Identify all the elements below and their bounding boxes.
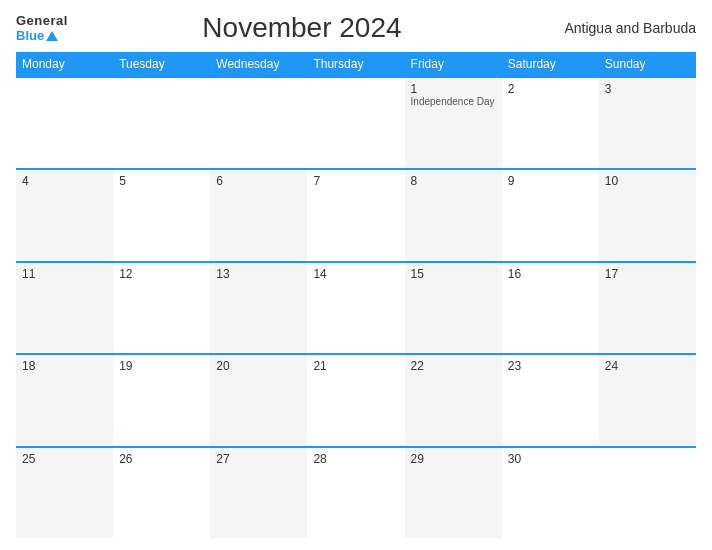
cell-date: 9 xyxy=(508,174,593,188)
cell-week2-day5: 8 xyxy=(405,170,502,260)
cell-week2-day7: 10 xyxy=(599,170,696,260)
cell-date: 8 xyxy=(411,174,496,188)
calendar-body: 1Independence Day23456789101112131415161… xyxy=(16,76,696,538)
cell-date: 22 xyxy=(411,359,496,373)
day-header-monday: Monday xyxy=(16,52,113,76)
cell-week4-day2: 19 xyxy=(113,355,210,445)
cell-week2-day3: 6 xyxy=(210,170,307,260)
cell-week1-day2 xyxy=(113,78,210,168)
cell-week2-day6: 9 xyxy=(502,170,599,260)
cell-week5-day1: 25 xyxy=(16,448,113,538)
cell-week1-day1 xyxy=(16,78,113,168)
calendar-week-3: 11121314151617 xyxy=(16,261,696,353)
cell-date: 15 xyxy=(411,267,496,281)
cell-date: 25 xyxy=(22,452,107,466)
cell-week4-day7: 24 xyxy=(599,355,696,445)
cell-date: 13 xyxy=(216,267,301,281)
cell-date: 21 xyxy=(313,359,398,373)
cell-week3-day5: 15 xyxy=(405,263,502,353)
cell-week1-day5: 1Independence Day xyxy=(405,78,502,168)
cell-week4-day5: 22 xyxy=(405,355,502,445)
cell-week3-day7: 17 xyxy=(599,263,696,353)
cell-week1-day7: 3 xyxy=(599,78,696,168)
cell-date: 4 xyxy=(22,174,107,188)
cell-week5-day5: 29 xyxy=(405,448,502,538)
cell-week5-day6: 30 xyxy=(502,448,599,538)
cell-date: 10 xyxy=(605,174,690,188)
cell-week4-day1: 18 xyxy=(16,355,113,445)
cell-date: 26 xyxy=(119,452,204,466)
cell-date: 19 xyxy=(119,359,204,373)
cell-week1-day3 xyxy=(210,78,307,168)
cell-date: 29 xyxy=(411,452,496,466)
cell-week2-day2: 5 xyxy=(113,170,210,260)
cell-week5-day3: 27 xyxy=(210,448,307,538)
calendar-week-4: 18192021222324 xyxy=(16,353,696,445)
cell-week4-day6: 23 xyxy=(502,355,599,445)
day-header-friday: Friday xyxy=(405,52,502,76)
logo-general-text: General xyxy=(16,13,68,28)
cell-week5-day4: 28 xyxy=(307,448,404,538)
cell-week4-day4: 21 xyxy=(307,355,404,445)
day-header-tuesday: Tuesday xyxy=(113,52,210,76)
cell-date: 3 xyxy=(605,82,690,96)
cell-date: 23 xyxy=(508,359,593,373)
cell-week3-day3: 13 xyxy=(210,263,307,353)
cell-week4-day3: 20 xyxy=(210,355,307,445)
cell-week3-day2: 12 xyxy=(113,263,210,353)
cell-date: 1 xyxy=(411,82,496,96)
day-header-saturday: Saturday xyxy=(502,52,599,76)
cell-date: 30 xyxy=(508,452,593,466)
calendar-week-5: 252627282930 xyxy=(16,446,696,538)
cell-date: 27 xyxy=(216,452,301,466)
cell-date: 11 xyxy=(22,267,107,281)
cell-week1-day6: 2 xyxy=(502,78,599,168)
cell-date: 6 xyxy=(216,174,301,188)
cell-date: 20 xyxy=(216,359,301,373)
cell-date: 24 xyxy=(605,359,690,373)
logo-triangle-icon xyxy=(46,31,58,41)
cell-week2-day4: 7 xyxy=(307,170,404,260)
calendar-week-2: 45678910 xyxy=(16,168,696,260)
calendar-day-headers: Monday Tuesday Wednesday Thursday Friday… xyxy=(16,52,696,76)
cell-week3-day6: 16 xyxy=(502,263,599,353)
day-header-sunday: Sunday xyxy=(599,52,696,76)
cell-date: 2 xyxy=(508,82,593,96)
day-header-thursday: Thursday xyxy=(307,52,404,76)
cell-week3-day1: 11 xyxy=(16,263,113,353)
cell-week5-day7 xyxy=(599,448,696,538)
cell-date: 16 xyxy=(508,267,593,281)
logo: General Blue xyxy=(16,13,68,43)
cell-date: 7 xyxy=(313,174,398,188)
calendar-title: November 2024 xyxy=(68,12,536,44)
cell-date: 18 xyxy=(22,359,107,373)
cell-date: 28 xyxy=(313,452,398,466)
cell-week3-day4: 14 xyxy=(307,263,404,353)
cell-week5-day2: 26 xyxy=(113,448,210,538)
calendar-week-1: 1Independence Day23 xyxy=(16,76,696,168)
cell-week1-day4 xyxy=(307,78,404,168)
day-header-wednesday: Wednesday xyxy=(210,52,307,76)
cell-date: 12 xyxy=(119,267,204,281)
cell-date: 5 xyxy=(119,174,204,188)
country-name: Antigua and Barbuda xyxy=(536,20,696,36)
logo-blue-text: Blue xyxy=(16,28,58,43)
cell-date: 17 xyxy=(605,267,690,281)
calendar: Monday Tuesday Wednesday Thursday Friday… xyxy=(16,52,696,538)
cell-week2-day1: 4 xyxy=(16,170,113,260)
cell-event: Independence Day xyxy=(411,96,496,107)
cell-date: 14 xyxy=(313,267,398,281)
calendar-header-section: General Blue November 2024 Antigua and B… xyxy=(16,12,696,44)
page: General Blue November 2024 Antigua and B… xyxy=(0,0,712,550)
